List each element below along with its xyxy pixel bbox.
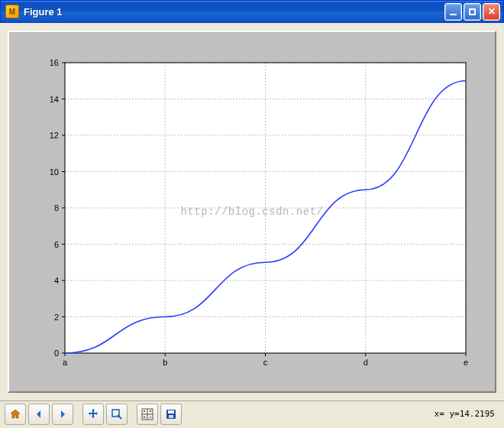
pan-icon (87, 408, 99, 420)
svg-point-49 (150, 410, 152, 412)
svg-rect-53 (168, 410, 174, 413)
svg-point-51 (150, 416, 152, 418)
svg-text:b: b (163, 358, 167, 367)
svg-point-50 (144, 416, 146, 418)
svg-text:6: 6 (54, 240, 59, 249)
title-bar: M Figure 1 ✕ (0, 0, 504, 23)
home-button[interactable] (5, 404, 26, 425)
svg-text:c: c (263, 358, 268, 367)
figure-canvas[interactable]: 0246810121416abcde http://blog.csdn.net/ (8, 31, 496, 393)
app-icon: M (5, 5, 19, 18)
svg-text:e: e (464, 358, 468, 367)
svg-text:a: a (63, 358, 68, 367)
svg-text:14: 14 (50, 95, 59, 104)
chart-plot: 0246810121416abcde (23, 44, 481, 380)
window-buttons: ✕ (444, 3, 500, 21)
svg-text:8: 8 (54, 203, 59, 212)
subplots-icon (141, 408, 153, 420)
home-icon (9, 408, 21, 420)
svg-text:4: 4 (54, 276, 59, 285)
minimize-icon (450, 14, 457, 15)
svg-text:0: 0 (54, 349, 59, 358)
svg-rect-54 (169, 415, 173, 418)
save-button[interactable] (160, 404, 182, 425)
subplots-button[interactable] (137, 404, 158, 425)
svg-text:16: 16 (50, 58, 59, 67)
close-icon: ✕ (488, 6, 496, 17)
svg-point-48 (144, 410, 146, 412)
pan-button[interactable] (82, 404, 104, 425)
zoom-icon (111, 408, 123, 420)
forward-arrow-icon (57, 408, 69, 420)
minimize-button[interactable] (444, 3, 462, 21)
forward-button[interactable] (52, 404, 73, 425)
maximize-button[interactable] (464, 3, 481, 21)
back-button[interactable] (28, 404, 50, 425)
close-button[interactable]: ✕ (483, 3, 500, 21)
svg-text:d: d (363, 358, 368, 367)
window-title: Figure 1 (24, 6, 444, 18)
svg-text:12: 12 (50, 131, 59, 140)
back-arrow-icon (33, 408, 45, 420)
save-icon (165, 408, 177, 420)
zoom-button[interactable] (106, 404, 128, 425)
figure-toolbar: x= y=14.2195 (0, 400, 504, 426)
svg-text:10: 10 (50, 167, 59, 177)
svg-text:2: 2 (54, 313, 59, 322)
maximize-icon (469, 8, 476, 15)
figure-canvas-wrap: 0246810121416abcde http://blog.csdn.net/ (0, 23, 504, 400)
cursor-status: x= y=14.2195 (435, 409, 499, 419)
